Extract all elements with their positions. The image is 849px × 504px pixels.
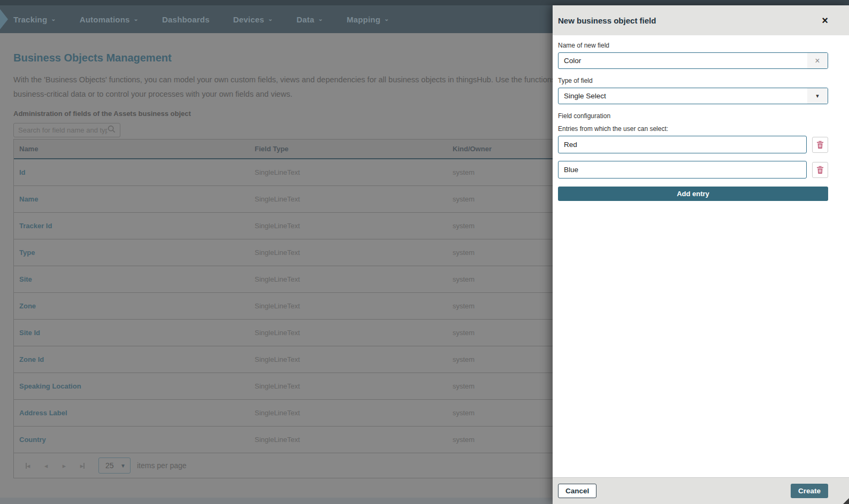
type-field-label: Type of field [558,77,828,84]
chevron-down-icon: ⌄ [268,15,273,22]
resize-grip[interactable] [843,498,849,504]
type-field-value: Single Select [559,88,807,104]
chevron-down-icon: ▾ [816,92,819,99]
field-type-cell: SingleLineText [249,382,447,390]
chevron-down-icon: ⌄ [51,15,56,22]
field-configuration-label: Field configuration [558,112,828,120]
field-name-link[interactable]: Zone Id [14,355,249,363]
field-type-cell: SingleLineText [249,329,447,337]
nav-item-mapping[interactable]: Mapping⌄ [347,15,389,24]
field-name-link[interactable]: Site Id [14,329,249,337]
items-per-page-label: items per page [137,461,187,470]
entry-row [558,136,828,153]
field-type-cell: SingleLineText [249,436,447,444]
type-dropdown-button[interactable]: ▾ [807,88,828,104]
field-name-link[interactable]: Tracker Id [14,222,249,230]
field-type-cell: SingleLineText [249,275,447,283]
field-name-link[interactable]: Speaking Location [14,382,249,390]
field-type-cell: SingleLineText [249,222,447,230]
search-icon[interactable] [108,125,116,135]
nav-item-dashboards[interactable]: Dashboards [162,15,210,24]
search-box[interactable] [13,123,120,137]
first-page-button[interactable]: ◂ [21,459,34,472]
nav-items: Tracking⌄Automations⌄DashboardsDevices⌄D… [13,15,389,24]
entry-input[interactable] [559,136,806,153]
name-field-input[interactable] [559,53,807,68]
top-strip [0,0,849,5]
field-type-cell: SingleLineText [249,168,447,176]
field-type-cell: SingleLineText [249,195,447,203]
page-size-select[interactable]: 25 ▼ [98,458,131,474]
drawer-title: New business object field [558,16,822,25]
trash-icon [816,141,824,149]
field-name-link[interactable]: Address Label [14,409,249,417]
field-name-link[interactable]: Name [14,195,249,203]
column-header-field-type[interactable]: Field Type [249,145,447,153]
entry-row [558,161,828,179]
chevron-down-icon: ⌄ [318,15,323,22]
field-name-link[interactable]: Site [14,275,249,283]
name-field-label: Name of new field [558,42,828,49]
add-entry-button[interactable]: Add entry [558,187,828,201]
clear-name-button[interactable]: × [807,53,828,68]
search-input[interactable] [18,126,108,134]
field-type-cell: SingleLineText [249,302,447,310]
entry-input-box [558,161,807,179]
new-field-drawer: New business object field × Name of new … [553,5,849,504]
column-header-name[interactable]: Name [14,145,249,153]
close-icon[interactable]: × [822,15,828,26]
delete-entry-button[interactable] [812,162,828,178]
field-name-link[interactable]: Zone [14,302,249,310]
last-page-button[interactable]: ▸ [76,459,89,472]
chevron-down-icon: ⌄ [384,15,389,22]
entries-label: Entries from which the user can select: [558,125,828,133]
previous-page-button[interactable]: ◂ [40,459,52,472]
cancel-button[interactable]: Cancel [558,484,596,498]
type-field-select[interactable]: Single Select ▾ [558,88,828,104]
field-type-cell: SingleLineText [249,409,447,417]
nav-item-automations[interactable]: Automations⌄ [80,15,139,24]
entry-input-box [558,136,807,153]
drawer-header: New business object field × [553,5,849,35]
field-name-link[interactable]: Id [14,168,249,176]
nav-item-devices[interactable]: Devices⌄ [233,15,273,24]
drawer-body: Name of new field × Type of field Single… [553,35,849,477]
chevron-down-icon: ⌄ [134,15,139,22]
field-name-link[interactable]: Type [14,249,249,257]
drawer-footer: Cancel Create [553,477,849,504]
nav-item-data[interactable]: Data⌄ [296,15,323,24]
name-field-box: × [558,52,828,69]
delete-entry-button[interactable] [812,137,828,153]
nav-collapse-arrow-icon[interactable] [0,9,8,29]
nav-item-tracking[interactable]: Tracking⌄ [13,15,56,24]
trash-icon [816,166,824,174]
next-page-button[interactable]: ▸ [58,459,71,472]
field-type-cell: SingleLineText [249,355,447,363]
chevron-down-icon: ▼ [120,463,126,469]
clear-icon: × [815,56,820,66]
field-name-link[interactable]: Country [14,436,249,444]
field-type-cell: SingleLineText [249,249,447,257]
create-button[interactable]: Create [791,484,828,498]
page-size-value: 25 [105,461,114,470]
entry-input[interactable] [559,161,806,178]
